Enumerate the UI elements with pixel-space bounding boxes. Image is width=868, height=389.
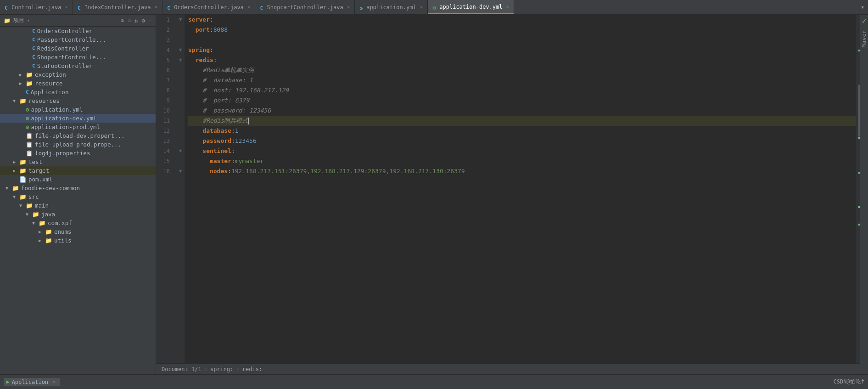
tree-item-log4j[interactable]: 📋 log4j.properties — [0, 149, 156, 158]
line-num-14: 14 — [156, 146, 173, 156]
java-file-icon: C — [32, 37, 35, 43]
tree-item-foodie-common[interactable]: ▼ 📁 foodie-dev-common — [0, 184, 156, 192]
folder-icon: 📁 — [39, 220, 46, 226]
java-file-icon: C — [32, 45, 35, 51]
tree-item-utils[interactable]: ▶ 📁 utils — [0, 236, 156, 245]
fold-15 — [176, 156, 185, 166]
fold-16[interactable]: ▼ — [176, 166, 185, 176]
tree-item-stufoo[interactable]: C StuFooController — [0, 62, 156, 70]
tree-item-redis[interactable]: C RedisController — [0, 44, 156, 53]
tab-close[interactable]: ✕ — [65, 4, 68, 10]
tree-item-label: StuFooController — [37, 62, 92, 69]
comment-8: # host: 192.168.217.129 — [202, 85, 289, 96]
prop-file-icon: 📋 — [26, 150, 33, 157]
tree-item-appprod[interactable]: ⚙ application-prod.yml — [0, 123, 156, 131]
sort-icon[interactable]: ⇅ — [134, 17, 138, 24]
change-indicator-2 — [858, 137, 860, 139]
breadcrumb-sep-2: › — [236, 366, 240, 372]
folder-icon: 📁 — [45, 228, 52, 235]
tree-item-pomxml[interactable]: 📄 pom.xml — [0, 175, 156, 184]
settings-icon[interactable]: ⚙ — [142, 17, 145, 24]
tree-item-fileuploaddev[interactable]: 📋 file-upload-dev.propert... — [0, 131, 156, 140]
sync-icon[interactable]: ⊕ — [121, 17, 124, 24]
close-icon[interactable]: — — [149, 17, 152, 24]
breadcrumb-doc: Document 1/1 — [162, 366, 202, 372]
tree-item-enums[interactable]: ▶ 📁 enums — [0, 227, 156, 236]
fold-9 — [176, 96, 185, 106]
tree-item-label: pom.xml — [28, 176, 53, 183]
maven-label[interactable]: Maven — [861, 26, 867, 51]
chevron-icon: ▼ — [13, 194, 19, 199]
colon: : — [210, 45, 213, 55]
tree-item-label: OrdersController — [37, 28, 92, 34]
collapse-icon[interactable]: ≡ — [128, 17, 131, 24]
sidebar-header: 📁 项目 ▾ ⊕ ≡ ⇅ ⚙ — — [0, 15, 156, 27]
keyword-redis: redis — [196, 55, 213, 65]
folder-icon: 📁 — [26, 202, 33, 209]
tab-close[interactable]: ✕ — [247, 4, 251, 10]
sidebar-dropdown[interactable]: ▾ — [27, 18, 30, 23]
folder-icon: 📁 — [19, 167, 27, 174]
tab-appyml[interactable]: ⚙ application.yml ✕ — [355, 0, 428, 14]
tree-item-comxpf[interactable]: ▼ 📁 com.xpf — [0, 219, 156, 227]
tree-item-main[interactable]: ▼ 📁 main — [0, 201, 156, 210]
tree-item-java[interactable]: ▼ 📁 java — [0, 210, 156, 219]
line-num-2: 2 — [156, 25, 173, 35]
tab-close[interactable]: ✕ — [155, 4, 158, 10]
tree-item-src[interactable]: ▼ 📁 src — [0, 192, 156, 201]
fold-3 — [176, 35, 185, 45]
text-cursor — [248, 118, 249, 124]
tab-overflow[interactable]: ▾ — [857, 4, 868, 11]
tab-appdev[interactable]: ⚙ application-dev.yml ✕ — [428, 0, 514, 14]
scroll-bar[interactable] — [856, 15, 860, 363]
fold-7 — [176, 75, 185, 85]
tab-orders[interactable]: C OrdersController.java ✕ — [162, 0, 255, 14]
tree-item-shopcart[interactable]: C ShopcartControlle... — [0, 53, 156, 62]
colon: : — [228, 166, 231, 176]
tab-close[interactable]: ✕ — [506, 4, 510, 10]
tree-item-resources[interactable]: ▼ 📁 resources — [0, 96, 156, 105]
tab-controller[interactable]: C Controller.java ✕ — [0, 0, 73, 14]
tree-item-resource[interactable]: ▶ 📁 resource — [0, 79, 156, 88]
colon: : — [231, 146, 235, 156]
tree-item-application[interactable]: C Application — [0, 88, 156, 96]
run-close-btn[interactable]: ✕ — [52, 379, 56, 385]
indent — [188, 156, 210, 166]
keyword-port: port — [196, 25, 210, 35]
fold-1[interactable]: ▼ — [176, 15, 185, 25]
fold-5[interactable]: ▼ — [176, 55, 185, 65]
tree-item-appyml[interactable]: ⚙ application.yml — [0, 105, 156, 114]
value-master: mymaster — [235, 156, 264, 166]
tab-index[interactable]: C IndexController.java ✕ — [73, 0, 162, 14]
tree-item-label: application-prod.yml — [31, 124, 101, 130]
tab-bar: C Controller.java ✕ C IndexController.ja… — [0, 0, 868, 15]
code-content[interactable]: server: port: 8088 spring: redis: — [185, 15, 856, 363]
fold-4[interactable]: ▼ — [176, 45, 185, 55]
chevron-icon: ▼ — [26, 212, 32, 217]
code-line-7: # database: 1 — [188, 75, 856, 85]
tree-item-appdev[interactable]: ⚙ application-dev.yml — [0, 114, 156, 123]
tab-shopcart[interactable]: C ShopcartController.java ✕ — [255, 0, 355, 14]
tab-close[interactable]: ✕ — [347, 4, 350, 10]
tree-item-orders-controller[interactable]: C OrdersController — [0, 27, 156, 35]
yaml-file-icon: ⚙ — [26, 115, 29, 122]
tree-item-test[interactable]: ▶ 📁 test — [0, 158, 156, 166]
tree-item-fileuploadprod[interactable]: 📋 file-upload-prod.prope... — [0, 140, 156, 149]
code-line-8: # host: 192.168.217.129 — [188, 85, 856, 96]
breadcrumb-spring[interactable]: spring: — [210, 366, 234, 372]
indent — [188, 106, 202, 116]
tree-item-label: test — [28, 158, 42, 165]
tree-item-target[interactable]: ▶ 📁 target — [0, 166, 156, 175]
comment-10: # password: 123456 — [202, 106, 271, 116]
chevron-icon: ▼ — [6, 186, 12, 191]
breadcrumb-redis[interactable]: redis: — [242, 366, 262, 372]
tree-item-exception[interactable]: ▶ 📁 exception — [0, 70, 156, 79]
tab-close[interactable]: ✕ — [420, 4, 423, 10]
code-editor[interactable]: 1 2 3 4 5 6 7 8 9 10 11 12 13 14 15 16 ▼ — [156, 15, 860, 363]
fold-14[interactable]: ▼ — [176, 146, 185, 156]
run-tab[interactable]: ▶ Application ✕ — [4, 378, 60, 386]
chevron-icon: ▶ — [13, 159, 19, 164]
tree-item-label: java — [41, 211, 55, 218]
tree-item-label: file-upload-prod.prope... — [35, 141, 121, 148]
tree-item-passport[interactable]: C PassportControlle... — [0, 35, 156, 44]
